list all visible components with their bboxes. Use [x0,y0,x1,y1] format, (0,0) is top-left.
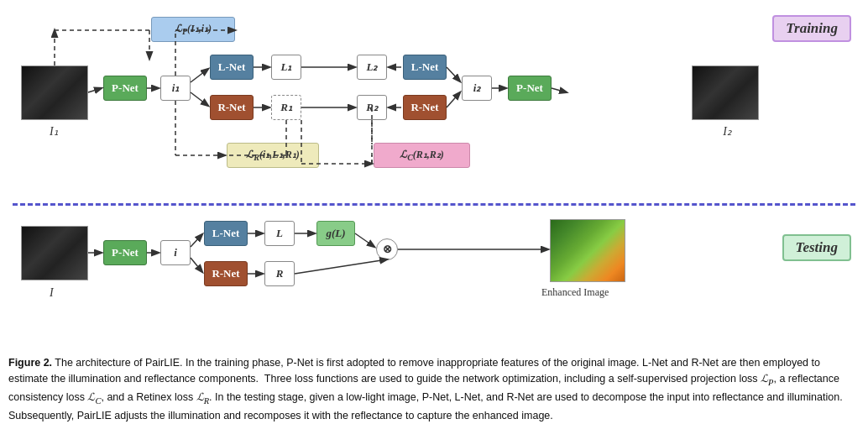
lnet-test: L-Net [204,221,248,246]
rnet2: R-Net [403,95,447,120]
svg-line-11 [552,88,567,92]
loss-c: ℒC(R₁,R₂) [374,143,470,168]
figure-caption: Figure 2. The architecture of PairLIE. I… [0,352,868,431]
svg-line-0 [88,88,102,92]
training-section: Training I₁ I₂ P-Net i₁ L-Net R-Net L₁ R… [13,8,855,202]
L-node: L [264,221,295,246]
divider [13,203,855,206]
rnet1: R-Net [210,95,254,120]
enhanced-label: Enhanced Image [541,286,609,299]
pnet-test: P-Net [103,240,147,265]
image-I1 [21,65,88,120]
R1-node: R₁ [271,95,301,120]
svg-line-2 [191,69,208,82]
testing-arrows [13,209,855,348]
image-I2 [692,65,759,120]
image-I [21,226,88,280]
svg-line-31 [191,234,202,247]
svg-line-32 [191,258,202,272]
testing-section: Testing I Enhanced Image P-Net i L-Net R… [13,209,855,348]
loss-r: ℒR(i₁,L₁,R₁) [227,143,319,168]
pnet2: P-Net [508,76,552,101]
label-I: I [50,286,54,300]
svg-line-3 [191,92,208,106]
rnet-test: R-Net [204,261,248,286]
gL-node: g(L) [316,221,355,246]
testing-label: Testing [782,234,851,261]
svg-line-9 [447,92,460,107]
caption-text: Figure 2. The architecture of PairLIE. I… [8,357,843,421]
i2-node: i₂ [462,76,492,101]
L1-node: L₁ [271,55,301,80]
svg-line-37 [295,259,387,274]
R-node: R [264,261,295,286]
pnet1: P-Net [103,76,147,101]
lnet2: L-Net [403,55,447,80]
loss-p: ℒP(I₁,i₁) [151,17,235,42]
L2-node: L₂ [357,55,387,80]
i1-node: i₁ [160,76,191,101]
svg-line-36 [355,233,374,247]
label-I2: I₂ [723,124,732,139]
lnet1: L-Net [210,55,254,80]
training-label: Training [772,15,851,42]
diagram-container: Training I₁ I₂ P-Net i₁ L-Net R-Net L₁ R… [0,0,868,352]
i-node: i [160,240,191,265]
svg-line-8 [447,67,460,81]
R2-node: R₂ [357,95,387,120]
otimes-node: ⊗ [376,238,398,260]
enhanced-image [550,219,625,282]
label-I1: I₁ [50,124,59,139]
